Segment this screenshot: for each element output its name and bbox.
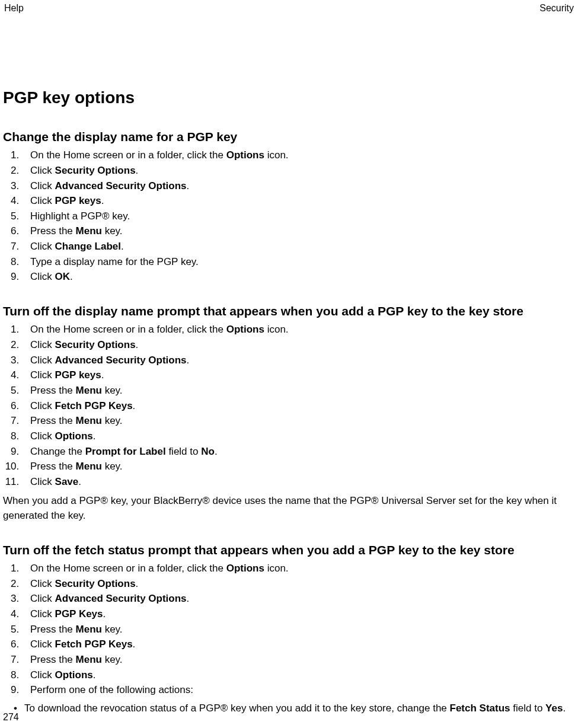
text-run: Menu — [76, 385, 102, 396]
text-run: Click — [30, 593, 55, 604]
text-run: key. — [102, 654, 123, 665]
text-run: Security Options — [55, 578, 136, 589]
section-tail-paragraph: When you add a PGP® key, your BlackBerry… — [3, 494, 575, 523]
list-item: Click Advanced Security Options. — [22, 353, 575, 368]
text-run: Click — [30, 476, 55, 487]
text-run: field to — [166, 446, 202, 457]
bullet-list: To download the revocation status of a P… — [14, 701, 575, 716]
header-left: Help — [4, 1, 24, 15]
list-item: Click PGP Keys. — [22, 607, 575, 622]
text-run: . — [93, 430, 96, 442]
text-run: . — [187, 180, 190, 191]
text-run: Menu — [76, 461, 102, 472]
text-run: Click — [30, 355, 55, 366]
text-run: Press the — [30, 225, 76, 237]
text-run: Yes — [545, 703, 563, 714]
text-run: . — [78, 476, 81, 487]
text-run: . — [101, 369, 104, 381]
text-run: Menu — [76, 415, 102, 426]
list-item: Click Change Label. — [22, 240, 575, 254]
text-run: Click — [30, 430, 55, 442]
text-run: Advanced Security Options — [55, 593, 187, 604]
list-item: Press the Menu key. — [22, 459, 575, 474]
text-run: Click — [30, 608, 55, 620]
list-item: Click Options. — [22, 668, 575, 683]
text-run: PGP Keys — [55, 608, 103, 620]
text-run: field to — [510, 703, 546, 714]
text-run: Type a display name for the PGP key. — [30, 256, 199, 267]
text-run: . — [136, 165, 139, 176]
text-run: Click — [30, 165, 55, 176]
text-run: . — [121, 241, 124, 252]
list-item: Click Advanced Security Options. — [22, 592, 575, 606]
text-run: Fetch PGP Keys — [55, 638, 133, 650]
text-run: Click — [30, 180, 55, 191]
text-run: key. — [102, 225, 123, 237]
text-run: Click — [30, 638, 55, 650]
list-item: Press the Menu key. — [22, 414, 575, 429]
text-run: . — [136, 578, 139, 589]
list-item: To download the revocation status of a P… — [14, 701, 575, 716]
text-run: Click — [30, 195, 55, 206]
text-run: . — [103, 608, 106, 620]
list-item: On the Home screen or in a folder, click… — [22, 561, 575, 576]
text-run: Prompt for Label — [85, 446, 166, 457]
text-run: On the Home screen or in a folder, click… — [30, 324, 226, 335]
list-item: Change the Prompt for Label field to No. — [22, 445, 575, 459]
text-run: Click — [30, 271, 55, 282]
text-run: PGP keys — [55, 195, 101, 206]
list-item: Press the Menu key. — [22, 224, 575, 239]
text-run: OK — [55, 271, 71, 282]
text-run: . — [101, 195, 104, 206]
text-run: PGP keys — [55, 369, 101, 381]
text-run: . — [70, 271, 73, 282]
list-item: Press the Menu key. — [22, 622, 575, 637]
text-run: Click — [30, 578, 55, 589]
text-run: . — [136, 339, 139, 350]
page-number: 274 — [3, 710, 19, 724]
text-run: Advanced Security Options — [55, 355, 187, 366]
text-run: . — [133, 638, 136, 650]
list-item: Highlight a PGP® key. — [22, 209, 575, 224]
text-run: On the Home screen or in a folder, click… — [30, 563, 226, 574]
list-item: Click PGP keys. — [22, 368, 575, 383]
text-run: Click — [30, 339, 55, 350]
list-item: Click Save. — [22, 475, 575, 490]
text-run: key. — [102, 461, 123, 472]
section-heading: Change the display name for a PGP key — [3, 128, 575, 146]
list-item: Click Options. — [22, 429, 575, 444]
text-run: Click — [30, 241, 55, 252]
text-run: Press the — [30, 624, 76, 635]
list-item: Click Fetch PGP Keys. — [22, 399, 575, 414]
list-item: Click Security Options. — [22, 338, 575, 353]
steps-list: On the Home screen or in a folder, click… — [3, 323, 575, 489]
text-run: Security Options — [55, 339, 136, 350]
list-item: Click Fetch PGP Keys. — [22, 637, 575, 652]
text-run: Press the — [30, 415, 76, 426]
list-item: Click Security Options. — [22, 577, 575, 592]
text-run: Menu — [76, 654, 102, 665]
text-run: Click — [30, 369, 55, 381]
text-run: . — [93, 669, 96, 681]
text-run: No — [201, 446, 215, 457]
text-run: icon. — [264, 149, 289, 161]
text-run: . — [187, 593, 190, 604]
text-run: Press the — [30, 654, 76, 665]
section-heading: Turn off the fetch status prompt that ap… — [3, 541, 575, 559]
text-run: Click — [30, 400, 55, 411]
text-run: key. — [102, 385, 123, 396]
text-run: Options — [226, 149, 264, 161]
list-item: Click PGP keys. — [22, 194, 575, 209]
content-area: PGP key options Change the display name … — [3, 15, 575, 716]
text-run: Options — [226, 324, 264, 335]
text-run: Menu — [76, 624, 102, 635]
list-item: On the Home screen or in a folder, click… — [22, 323, 575, 337]
section-heading: Turn off the display name prompt that ap… — [3, 302, 575, 320]
text-run: To download the revocation status of a P… — [24, 703, 450, 714]
text-run: key. — [102, 624, 123, 635]
list-item: Click OK. — [22, 270, 575, 285]
header-right: Security — [539, 1, 574, 15]
text-run: . — [215, 446, 218, 457]
text-run: Change the — [30, 446, 85, 457]
text-run: . — [563, 703, 566, 714]
